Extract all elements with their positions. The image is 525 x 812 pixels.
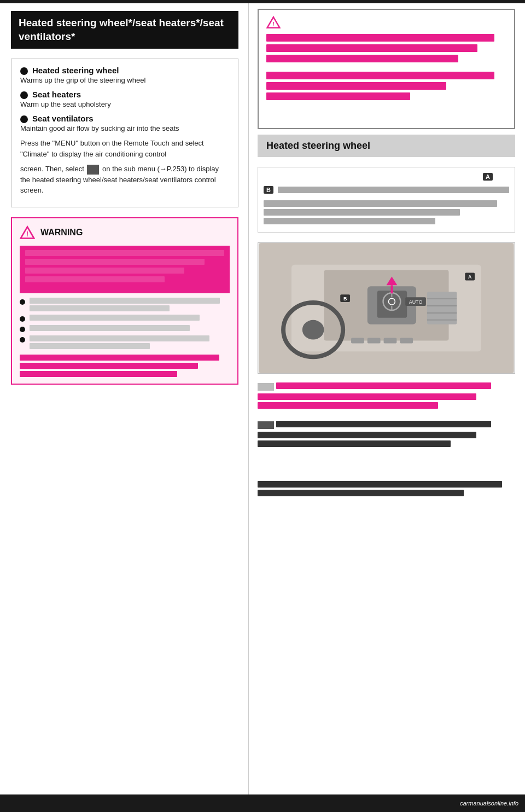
heated-steering-heading: Heated steering wheel — [258, 135, 515, 157]
warning-triangle-icon: ! — [20, 225, 35, 240]
feature-item-2: Seat heaters — [20, 90, 229, 99]
note-block-3 — [258, 481, 515, 498]
bullet-2 — [20, 91, 28, 99]
label-b: B — [264, 186, 273, 194]
feature-desc-1: Warms up the grip of the steering wheel — [20, 76, 229, 84]
feature-desc-3: Maintain good air flow by sucking air in… — [20, 124, 229, 132]
site-url: carmanualsonline.info — [460, 800, 518, 807]
warning-box: ! WARNING — [11, 217, 238, 385]
page: Heated steering wheel*/seat heaters*/sea… — [0, 0, 525, 812]
warning-redacted-block — [20, 246, 230, 293]
svg-text:!: ! — [272, 21, 275, 27]
caution-pink-line-1 — [266, 34, 494, 42]
warning-bullet-4 — [20, 335, 230, 349]
warning-bullet-3 — [20, 325, 230, 332]
svg-text:B: B — [343, 296, 347, 301]
svg-rect-26 — [400, 338, 413, 344]
diagram-area: A B — [258, 167, 515, 233]
caution-pink-line-5 — [266, 82, 446, 90]
caution-pink-line-3 — [266, 55, 458, 62]
left-column: Heated steering wheel*/seat heaters*/sea… — [0, 0, 249, 812]
feature-title-3: Seat ventilators — [32, 114, 94, 123]
label-a: A — [483, 173, 493, 181]
svg-rect-25 — [384, 338, 397, 344]
warning-bullet-2 — [20, 315, 230, 322]
dashboard-svg: AUTO A B — [258, 243, 515, 373]
top-border — [0, 0, 525, 3]
note-block-2 — [258, 421, 515, 449]
instruction-text-1: Press the "MENU" button on the Remote To… — [20, 138, 229, 159]
section-title: Heated steering wheel*/seat heaters*/sea… — [11, 11, 238, 49]
menu-icon — [87, 165, 99, 175]
caution-header: ! — [266, 15, 506, 30]
caution-triangle-icon: ! — [266, 15, 281, 30]
instruction-text-2: screen. Then, select on the sub menu (→P… — [20, 164, 229, 196]
svg-rect-24 — [368, 338, 381, 344]
warning-header: ! WARNING — [20, 225, 230, 240]
svg-rect-14 — [390, 285, 393, 293]
warning-dot-icon — [20, 299, 25, 305]
note-label-box-c — [258, 383, 274, 391]
feature-title-2: Seat heaters — [32, 90, 81, 99]
bottom-bar: carmanualsonline.info — [0, 794, 525, 812]
right-column: ! Heated steering wheel A B — [249, 0, 525, 812]
feature-list-box: Heated steering wheel Warms up the grip … — [11, 59, 238, 207]
feature-item-3: Seat ventilators — [20, 114, 229, 123]
svg-text:!: ! — [26, 230, 28, 238]
bullet-3 — [20, 115, 28, 123]
warning-bullet-1 — [20, 298, 230, 311]
warning-dot-icon — [20, 316, 25, 322]
feature-item-1: Heated steering wheel — [20, 66, 229, 75]
warning-dot-icon — [20, 327, 25, 332]
feature-title-1: Heated steering wheel — [32, 66, 119, 75]
caution-pink-line-6 — [266, 92, 410, 100]
bullet-1 — [20, 67, 28, 75]
caution-pink-line-2 — [266, 44, 477, 52]
caution-pink-line-4 — [266, 72, 494, 79]
warning-bullets-list — [20, 298, 230, 349]
svg-text:AUTO: AUTO — [409, 299, 423, 305]
caution-box-right: ! — [258, 9, 515, 129]
note-block-1 — [258, 382, 515, 411]
note-label-box-d — [258, 421, 274, 429]
svg-point-22 — [302, 320, 324, 340]
feature-desc-2: Warm up the seat upholstery — [20, 100, 229, 108]
svg-text:A: A — [468, 274, 472, 280]
warning-label: WARNING — [40, 228, 83, 237]
svg-rect-27 — [427, 292, 457, 324]
svg-rect-23 — [351, 338, 364, 344]
warning-dot-icon — [20, 337, 25, 343]
dashboard-image: AUTO A B — [258, 242, 515, 374]
